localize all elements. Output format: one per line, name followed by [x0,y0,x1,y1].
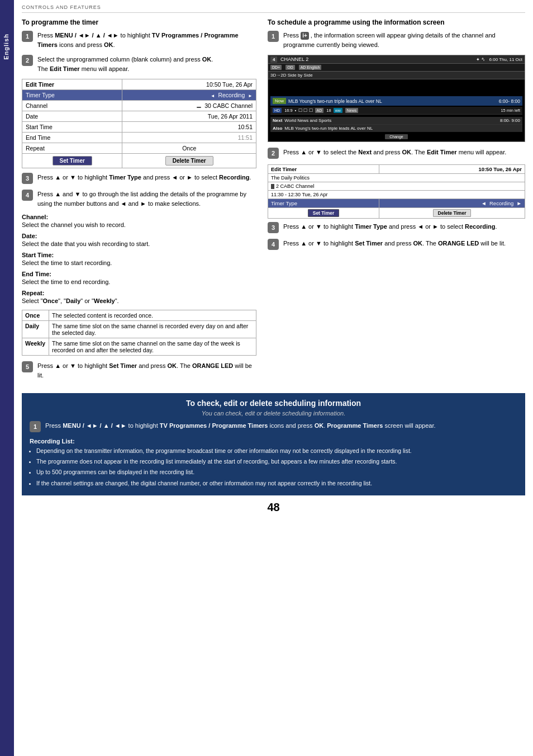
programme-next-row: Next World News and Sports 8:00- 9:00 [270,117,522,124]
info-channel-block: 4 CHANNEL 2 [270,56,308,62]
et-small-set-timer-button[interactable]: Set Timer [308,209,340,217]
step-3-text: Press ▲ or ▼ to highlight Timer Type and… [37,173,251,182]
right-step-4-circle: 4 [268,239,279,250]
highlight-section-subtitle: You can check, edit or delete scheduling… [30,410,517,417]
channel-num-badge: 4 [270,56,277,63]
step-3-block: 3 Press ▲ or ▼ to highlight Timer Type a… [22,173,256,184]
dd-tag: DD+ [270,65,282,70]
info-screen-display: 4 CHANNEL 2 ✦ ⁴ᵢₗ 6:00 Thu, 11 Oct DD+ O… [268,55,525,142]
edit-timer-title: Edit Timer [22,79,122,90]
timer-type-label: Timer Type [22,90,122,101]
news-tag: News [345,108,359,113]
hs-step-1-block: 1 Press MENU / ◄► / ▲ / ◄► to highlight … [30,421,517,432]
top-bar: CONTROLS AND FEATURES [22,4,525,13]
freq-weekly-value: The same time slot on the same channel o… [49,338,256,356]
channel-field-label: Channel: [22,214,256,220]
bullet-2: The programme does not appear in the rec… [36,457,517,466]
et-small-date: 10:50 Tue, 26 Apr [379,165,525,174]
next-label: Next [273,118,282,123]
right-section-title: To schedule a programme using the inform… [268,18,525,26]
step-2-circle: 2 [22,55,33,66]
freq-daily-key: Daily [22,321,49,338]
et-small-channel: 2 CABC Channel [268,182,525,191]
start-time-value: 10:51 [122,122,256,133]
channel-value: 30 CABC Channel [122,101,256,111]
right-column: To schedule a programme using the inform… [268,18,525,385]
step-2-text: Select the unprogrammed column (blank co… [37,55,213,73]
freq-row-daily: Daily The same time slot on the same cha… [22,321,256,338]
right-step-2-block: 2 Press ▲ or ▼ to select the Next and pr… [268,148,525,159]
also-label: Also [273,126,282,131]
highlight-section-title: To check, edit or delete scheduling info… [30,399,517,408]
freq-weekly-key: Weekly [22,338,49,356]
age-tag: 18 [326,108,331,113]
repeat-value: Once [122,143,256,154]
right-step-4-text: Press ▲ or ▼ to highlight Set Timer and … [283,239,506,248]
freq-once-value: The selected content is recorded once. [49,310,256,321]
right-step-1-block: 1 Press i+ , the information screen will… [268,31,525,49]
edit-timer-small-table: Edit Timer 10:50 Tue, 26 Apr The Daily P… [268,164,525,219]
set-timer-button[interactable]: Set Timer [53,156,92,166]
step-4-text: Press ▲ and ▼ to go through the list add… [37,190,256,208]
step-5-text: Press ▲ or ▼ to highlight Set Timer and … [37,361,256,380]
highlight-section: To check, edit or delete scheduling info… [22,393,525,495]
et-small-timer-type-label: Timer Type [268,199,379,208]
right-step-3-circle: 3 [268,222,279,233]
freq-daily-value: The same time slot on the same channel i… [49,321,256,338]
left-section-title: To programme the timer [22,18,256,26]
step-1-text: Press MENU / ◄► / ▲ / ◄► to highlight TV… [37,31,256,49]
date-field-text: Select the date that you wish recording … [22,240,256,247]
step-1-block: 1 Press MENU / ◄► / ▲ / ◄► to highlight … [22,31,256,49]
delete-timer-btn-cell: Delete Timer [122,154,256,168]
change-button[interactable]: Change [385,134,408,139]
sidebar: English [0,0,12,756]
et-small-delete-btn-cell: Delete Timer [379,208,525,219]
hs-step-1-circle: 1 [30,421,41,432]
arrow-left-icon [211,92,215,98]
et-small-timer-type-value: ◄ Recording ► [379,199,525,208]
frequency-table: Once The selected content is recorded on… [22,310,256,356]
arrow-right-icon [248,92,253,98]
ww-tag: ww [334,108,342,113]
next-programme-title: World News and Sports [284,118,500,123]
start-time-label: Start Time [22,122,122,133]
next-programme-time: 8:00- 9:00 [500,118,520,123]
step-5-circle: 5 [22,361,33,372]
et-small-title: Edit Timer [268,165,379,174]
edit-timer-table: Edit Timer 10:50 Tue, 26 Apr Timer Type … [22,79,256,168]
freq-once-key: Once [22,310,49,321]
bullet-1: Depending on the transmitter information… [36,447,517,455]
info-spacer [268,79,525,89]
detail-sep: ▪ [295,108,297,113]
date-field-label: Date: [22,233,256,239]
info-channel-bar: DD+ OD AD English [268,64,525,72]
channel-label: Channel [22,101,122,111]
set-timer-btn-cell: Set Timer [22,154,122,168]
right-step-1-circle: 1 [268,31,279,42]
programme-now-row: Now MLB Young's two-run triple leads AL … [270,96,522,106]
date-label: Date [22,111,122,122]
repeat-field-label: Repeat: [22,290,256,296]
right-step-3-text: Press ▲ or ▼ to highlight Timer Type and… [283,222,497,231]
time-left: 15 min left [501,108,520,113]
delete-timer-button[interactable]: Delete Timer [165,156,213,166]
channel-indicator [197,107,201,108]
date-value: Tue, 26 Apr 2011 [122,111,256,122]
step-4-block: 4 Press ▲ and ▼ to go through the list a… [22,190,256,208]
recording-list-bullets: Depending on the transmitter information… [30,447,517,488]
right-step-2-circle: 2 [268,148,279,159]
end-time-field-text: Select the time to end recording. [22,278,256,285]
start-time-field-text: Select the time to start recording. [22,259,256,266]
ad-detail-tag: AD [315,108,324,113]
main-content: CONTROLS AND FEATURES To programme the t… [12,0,533,756]
left-column: To programme the timer 1 Press MENU / ◄►… [22,18,256,385]
channel-field-text: Select the channel you wish to record. [22,221,256,228]
et-small-delete-timer-button[interactable]: Delete Timer [433,209,472,217]
right-step-2-text: Press ▲ or ▼ to select the Next and pres… [283,148,506,157]
now-label: Now [273,98,286,104]
step-1-circle: 1 [22,31,33,42]
recording-list-title: Recording List: [30,438,517,445]
freq-row-once: Once The selected content is recorded on… [22,310,256,321]
side-by-side-bar: 3D→2D Side by Side [268,72,525,79]
bullet-4: If the channel settings are changed, the… [36,479,517,488]
